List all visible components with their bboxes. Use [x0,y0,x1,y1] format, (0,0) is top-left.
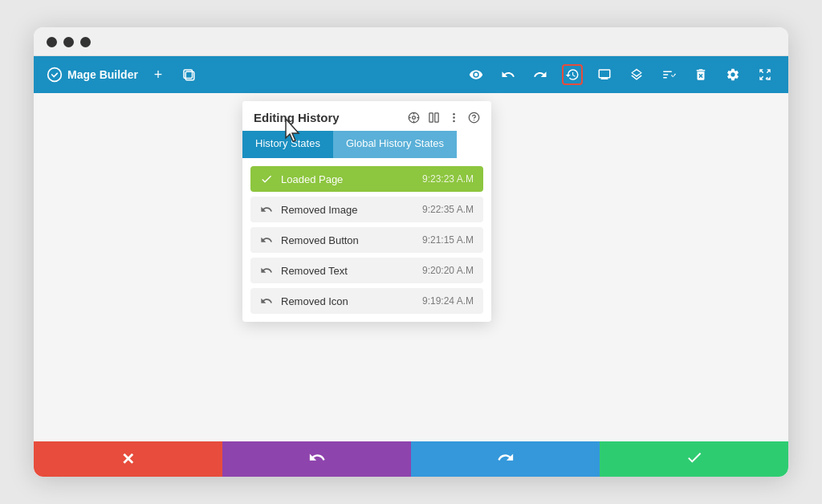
history-item[interactable]: Removed Button 9:21:15 A.M [250,227,483,253]
svg-rect-10 [435,113,438,122]
history-item-time: 9:19:24 A.M [422,295,474,307]
history-item-label: Removed Button [281,234,414,246]
history-item-time: 9:23:23 A.M [422,173,474,185]
history-item[interactable]: Loaded Page 9:23:23 A.M [250,166,483,192]
undo-history-icon [260,295,273,307]
panel-header-icons [408,112,480,124]
svg-point-0 [48,68,62,82]
traffic-light-minimize[interactable] [63,37,74,47]
copy-layout-button[interactable] [178,64,199,85]
traffic-light-maximize[interactable] [80,37,91,47]
confirm-button[interactable] [600,441,788,477]
svg-point-11 [453,113,455,116]
close-icon: ✕ [121,449,135,469]
bottom-action-bar: ✕ [34,441,788,477]
brand-label: Mage Builder [67,68,138,81]
add-button[interactable]: + [148,64,169,85]
settings-icon-button[interactable] [722,64,743,85]
panel-title: Editing History [254,111,401,124]
tab-global-history-states[interactable]: Global History States [333,131,457,158]
confirm-icon [686,449,703,470]
check-icon [260,173,273,185]
preview-icon-button[interactable] [466,64,486,85]
tab-history-states[interactable]: History States [242,131,333,158]
undo-icon [308,449,326,470]
close-button[interactable]: ✕ [34,441,222,477]
monitor-icon-button[interactable] [594,64,615,85]
browser-chrome [34,27,788,56]
main-area: Editing History [34,93,788,477]
history-item-time: 9:20:20 A.M [422,265,474,276]
undo-history-icon [260,234,273,246]
redo-icon [497,449,515,470]
brand-icon [47,67,63,83]
history-item[interactable]: Removed Icon 9:19:24 A.M [250,288,483,314]
app-toolbar: Mage Builder + [34,56,788,93]
history-item-time: 9:22:35 A.M [422,204,474,215]
history-item-label: Removed Image [281,204,414,216]
expand-icon-button[interactable] [755,64,775,85]
traffic-light-close[interactable] [47,37,57,47]
history-panel: Editing History [242,101,491,322]
panel-tabs: History States Global History States [242,131,491,158]
undo-history-icon [260,264,273,277]
history-item[interactable]: Removed Text 9:20:20 A.M [250,258,483,283]
toolbar-icons [466,64,775,85]
browser-content: Mage Builder + [34,56,788,477]
history-item-label: Removed Text [281,265,414,277]
history-list: Loaded Page 9:23:23 A.M Removed Image 9:… [242,158,491,322]
browser-window: Mage Builder + [34,27,788,477]
undo-history-icon [260,203,273,216]
layers-icon-button[interactable] [626,64,647,85]
target-icon[interactable] [408,112,420,124]
svg-point-4 [413,116,416,120]
svg-point-13 [453,120,455,123]
help-icon[interactable] [468,112,480,124]
more-options-icon[interactable] [448,112,460,124]
history-item-label: Loaded Page [281,173,414,185]
history-item-label: Removed Icon [281,295,414,307]
trash-icon-button[interactable] [690,64,711,85]
adjustments-icon-button[interactable] [658,64,679,85]
svg-point-12 [453,116,455,119]
redo-icon-button[interactable] [530,64,551,85]
history-icon-button[interactable] [562,64,583,85]
svg-rect-9 [429,113,433,122]
columns-icon[interactable] [428,112,440,124]
toolbar-brand: Mage Builder [47,67,138,83]
history-item[interactable]: Removed Image 9:22:35 A.M [250,197,483,222]
panel-header: Editing History [242,101,491,124]
history-item-time: 9:21:15 A.M [422,234,474,246]
undo-button[interactable] [222,441,411,477]
undo-icon-button[interactable] [498,64,519,85]
redo-button[interactable] [411,441,600,477]
